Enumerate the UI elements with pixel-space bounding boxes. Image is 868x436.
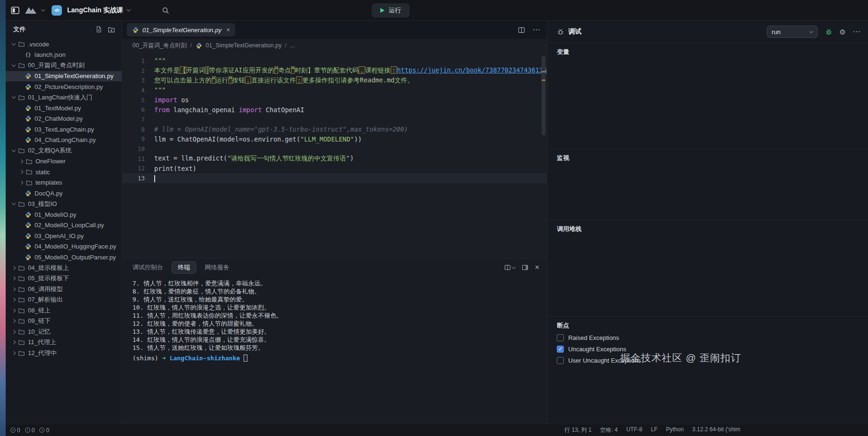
editor-tab[interactable]: 01_SimpleTextGeneration.py × xyxy=(127,23,235,36)
tree-item[interactable]: 03_模型IO xyxy=(6,199,122,210)
section-header-watch[interactable]: 监视 xyxy=(557,154,859,162)
split-editor-icon[interactable] xyxy=(518,27,525,33)
code-line[interactable]: 5import os xyxy=(122,95,547,105)
tree-item[interactable]: 11_代理上 xyxy=(6,337,122,348)
search-icon[interactable] xyxy=(162,7,169,14)
workspace-title[interactable]: LangChain 实战课 xyxy=(67,6,123,15)
debug-panel-title: 调试 xyxy=(568,27,581,36)
gear-icon[interactable]: ⚙ xyxy=(840,28,846,36)
tree-item[interactable]: 01_ModelIO.py xyxy=(6,209,122,220)
code-line[interactable]: 9llm = ChatOpenAI(model=os.environ.get("… xyxy=(122,134,547,144)
code-line[interactable]: 4""" xyxy=(122,85,547,95)
tree-item[interactable]: 06_调用模型 xyxy=(6,284,122,295)
chevron-down-icon xyxy=(12,95,16,98)
close-panel-icon[interactable]: × xyxy=(535,263,539,272)
breadcrumb-item[interactable]: 01_SimpleTextGeneration.py xyxy=(206,42,282,49)
terminal-line: 9. 情人节，送红玫瑰，给她最真挚的爱。 xyxy=(132,295,547,303)
code-line[interactable]: 6from langchain_openai import ChatOpenAI xyxy=(122,105,547,115)
section-header-variables[interactable]: 变量 xyxy=(557,48,859,56)
problems-indicator[interactable]: ×0!0i0 xyxy=(6,427,49,434)
tree-item[interactable]: 04_ChatLongChain.py xyxy=(6,135,122,146)
tree-item-label: 07_解析输出 xyxy=(28,295,63,304)
new-folder-icon[interactable] xyxy=(108,26,115,33)
tree-item[interactable]: 07_解析输出 xyxy=(6,294,122,305)
statusbar-item[interactable]: 行 13, 列 1 xyxy=(564,426,591,434)
tree-item[interactable]: 04_提示模板上 xyxy=(6,263,122,274)
tree-item[interactable]: 02_文档QA系统 xyxy=(6,145,122,156)
chevron-down-icon[interactable] xyxy=(127,8,131,11)
breakpoint-checkbox[interactable] xyxy=(557,357,564,364)
panel-tab[interactable]: 终端 xyxy=(172,261,196,274)
breakpoint-checkbox[interactable]: ✓ xyxy=(557,346,564,353)
tree-item[interactable]: 02_PictureDescription.py xyxy=(6,81,122,92)
statusbar-item[interactable]: UTF-8 xyxy=(626,426,642,434)
tree-item-label: 04_提示模板上 xyxy=(28,264,69,272)
tree-item[interactable]: 02_ModelIO_LoopCall.py xyxy=(6,220,122,231)
statusbar-item[interactable]: 空格: 4 xyxy=(600,426,618,434)
app-logo-icon[interactable] xyxy=(24,6,37,14)
code-line[interactable]: 2本文件是【开篇词|带你亲证AI应用开发的“奇点”时刻】章节的配套代码，课程链接… xyxy=(122,66,547,76)
tree-item[interactable]: 04_ModelIO_HuggingFace.py xyxy=(6,241,122,252)
tree-item[interactable]: OneFlower xyxy=(6,156,122,167)
code-line[interactable]: 1""" xyxy=(122,56,547,66)
statusbar-item[interactable]: 3.12.2 64-bit ('shim xyxy=(692,426,740,434)
workspace-icon[interactable]: </> xyxy=(52,5,62,16)
code-line[interactable]: 12print(text) xyxy=(122,164,547,174)
code-line[interactable]: 3您可以点击最上方的“运行”按钮，直接运行该文件；更多操作指引请参考Readme… xyxy=(122,75,547,85)
error-counter[interactable]: ×0 xyxy=(10,427,20,434)
tree-item[interactable]: 12_代理中 xyxy=(6,348,122,359)
warning-counter[interactable]: !0 xyxy=(25,427,35,434)
tree-item[interactable]: 02_ChatModel.py xyxy=(6,114,122,125)
breadcrumb-item[interactable]: ... xyxy=(290,42,295,49)
tree-item[interactable]: 05_提示模板下 xyxy=(6,273,122,284)
tree-item[interactable]: .vscode xyxy=(6,39,122,50)
terminal[interactable]: 7. 情人节，红玫瑰相伴，爱意满满，幸福永远。8. 红玫瑰，爱情的象征，情人节的… xyxy=(122,276,547,424)
debug-config-select[interactable]: run xyxy=(767,26,818,38)
line-number: 6 xyxy=(122,106,145,113)
tree-item[interactable]: 10_记忆 xyxy=(6,327,122,338)
bottom-tabs: 调试控制台终端网络服务 xyxy=(132,261,229,274)
tree-item[interactable]: DocQA.py xyxy=(6,188,122,199)
tab-close-icon[interactable]: × xyxy=(226,27,230,33)
debug-session-bug-icon[interactable] xyxy=(825,28,833,36)
breadcrumb-item[interactable]: 00_开篇词_奇点时刻 xyxy=(132,42,187,50)
code-line[interactable]: 11text = llm.predict("请给我写一句情人节红玫瑰的中文宣传语… xyxy=(122,154,547,164)
tree-item[interactable]: templates xyxy=(6,178,122,188)
more-actions-icon[interactable]: ⋯ xyxy=(533,26,540,34)
tree-item[interactable]: 00_开篇词_奇点时刻 xyxy=(6,60,122,71)
tree-item[interactable]: 01_LangChain快速入门 xyxy=(6,92,122,103)
terminal-prompt[interactable]: (shims) ➜ LangChain-shizhanke xyxy=(132,354,547,362)
panel-layout-icon[interactable] xyxy=(522,265,528,270)
tree-item[interactable]: 01_SimpleTextGeneration.py xyxy=(6,71,122,82)
tree-item[interactable]: 01_TextModel.py xyxy=(6,103,122,114)
statusbar-item[interactable]: Python xyxy=(666,426,684,434)
tree-item[interactable]: 05_ModelIO_OutputParser.py xyxy=(6,252,122,263)
panel-tab[interactable]: 调试控制台 xyxy=(132,263,163,272)
tree-item[interactable]: 08_链上 xyxy=(6,305,122,316)
code-line[interactable]: 10 xyxy=(122,144,547,154)
tree-item[interactable]: {}launch.json xyxy=(6,50,122,61)
statusbar-item[interactable]: LF xyxy=(651,426,658,434)
tree-item[interactable]: static xyxy=(6,167,122,178)
section-header-breakpoints[interactable]: 断点 xyxy=(557,321,859,330)
run-button[interactable]: 运行 xyxy=(372,3,410,18)
terminal-split-icon[interactable] xyxy=(504,265,515,270)
section-header-call-stack[interactable]: 调用堆栈 xyxy=(557,225,859,233)
code-line[interactable]: 13 xyxy=(122,173,547,183)
sidebar-toggle-icon[interactable] xyxy=(10,6,20,15)
tree-item[interactable]: 03_TextLangChain.py xyxy=(6,124,122,135)
code-line[interactable]: 8# llm = OpenAI(model_name="gpt-3.5-turb… xyxy=(122,125,547,134)
chevron-down-icon[interactable] xyxy=(41,8,45,11)
breakpoint-checkbox[interactable] xyxy=(557,334,564,341)
folder-icon xyxy=(18,62,25,68)
code-line[interactable]: 7 xyxy=(122,115,547,125)
panel-tab[interactable]: 网络服务 xyxy=(205,263,229,272)
debug-more-icon[interactable]: ⋯ xyxy=(853,28,860,36)
editor-scrollbar[interactable] xyxy=(542,56,545,135)
code-editor[interactable]: 1"""2本文件是【开篇词|带你亲证AI应用开发的“奇点”时刻】章节的配套代码，… xyxy=(122,52,547,258)
new-file-icon[interactable] xyxy=(96,26,102,33)
breakpoint-item[interactable]: Raised Exceptions xyxy=(557,334,859,341)
tree-item[interactable]: 09_链下 xyxy=(6,316,122,327)
tree-item[interactable]: 03_OpenAI_IO.py xyxy=(6,231,122,241)
info-counter[interactable]: i0 xyxy=(39,427,49,434)
